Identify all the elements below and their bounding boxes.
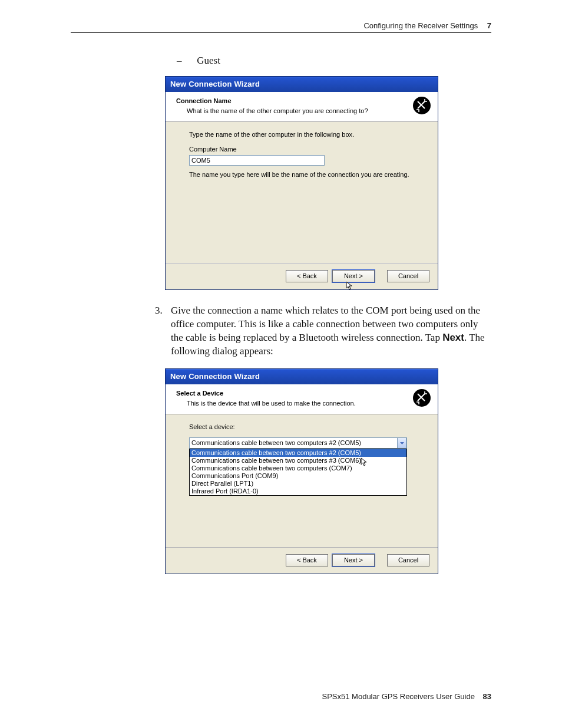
dialog-button-bar: < Back Next > Cancel — [166, 263, 438, 289]
device-option[interactable]: Communications Port (COM9) — [190, 472, 406, 480]
step-3: Give the connection a name which relates… — [165, 304, 491, 358]
device-option[interactable]: Communications cable between two compute… — [190, 465, 406, 472]
chapter-number: 7 — [487, 21, 491, 30]
device-select-value[interactable]: Communications cable between two compute… — [189, 437, 407, 449]
device-select[interactable]: Communications cable between two compute… — [189, 437, 407, 449]
connection-icon — [412, 95, 432, 116]
cursor-icon — [361, 457, 369, 467]
section-title: Configuring the Receiver Settings — [363, 21, 478, 30]
next-button[interactable]: Next > — [332, 554, 375, 566]
step-3-bold: Next — [442, 332, 464, 343]
dialog2-header-title: Select a Device — [176, 389, 431, 398]
device-listbox[interactable]: Communications cable between two compute… — [189, 449, 407, 496]
page-number: 83 — [483, 692, 491, 701]
chevron-down-icon[interactable] — [397, 438, 406, 448]
dialog2-body-intro: Select a device: — [189, 423, 414, 431]
dialog2-body: Select a device: Communications cable be… — [166, 414, 438, 548]
dialog-header-subtitle: What is the name of the other computer y… — [187, 107, 431, 116]
back-button[interactable]: < Back — [286, 554, 328, 566]
next-button[interactable]: Next > — [332, 270, 375, 282]
bullet-dash: – — [177, 54, 194, 68]
computer-name-label: Computer Name — [189, 146, 237, 153]
dialog-connection-name: New Connection Wizard Connection Name Wh… — [165, 76, 438, 290]
body-text: – Guest New Connection Wizard Connection… — [71, 54, 491, 574]
cancel-button[interactable]: Cancel — [387, 270, 429, 282]
dialog-body-note: The name you type here will be the name … — [189, 170, 414, 179]
device-option[interactable]: Communications cable between two compute… — [190, 449, 406, 457]
dialog2-header-subtitle: This is the device that will be used to … — [187, 399, 431, 408]
dialog-title-bar[interactable]: New Connection Wizard — [166, 77, 438, 93]
guide-title: SPSx51 Modular GPS Receivers User Guide — [322, 692, 475, 701]
dialog-body-intro: Type the name of the other computer in t… — [189, 130, 414, 139]
dialog-2-wrap: New Connection Wizard Select a Device Th… — [165, 368, 491, 574]
dialog2-button-bar: < Back Next > Cancel — [166, 548, 438, 574]
back-button[interactable]: < Back — [286, 270, 328, 282]
dialog-1-wrap: New Connection Wizard Connection Name Wh… — [165, 76, 491, 290]
device-option[interactable]: Direct Parallel (LPT1) — [190, 480, 406, 487]
connection-icon — [412, 388, 432, 408]
header-rule — [71, 32, 491, 33]
dialog2-header: Select a Device This is the device that … — [166, 384, 438, 414]
dialog-body: Type the name of the other computer in t… — [166, 122, 438, 263]
dialog2-title-bar[interactable]: New Connection Wizard — [166, 369, 438, 385]
device-option[interactable]: Communications cable between two compute… — [190, 457, 406, 465]
page-footer: SPSx51 Modular GPS Receivers User Guide … — [322, 692, 491, 701]
step-3-text-a: Give the connection a name which relates… — [171, 305, 480, 343]
bullet-text: Guest — [197, 55, 220, 66]
step-list: Give the connection a name which relates… — [71, 304, 491, 358]
dialog-select-device: New Connection Wizard Select a Device Th… — [165, 368, 438, 574]
sub-bullet: – Guest — [177, 54, 491, 68]
running-header: Configuring the Receiver Settings 7 — [71, 21, 491, 30]
dialog-header-title: Connection Name — [176, 97, 431, 106]
page: Configuring the Receiver Settings 7 – Gu… — [0, 0, 562, 728]
cursor-icon — [346, 281, 354, 291]
dialog-header: Connection Name What is the name of the … — [166, 92, 438, 122]
computer-name-input[interactable] — [189, 155, 325, 166]
cancel-button[interactable]: Cancel — [387, 554, 429, 566]
device-option[interactable]: Infrared Port (IRDA1-0) — [190, 487, 406, 495]
